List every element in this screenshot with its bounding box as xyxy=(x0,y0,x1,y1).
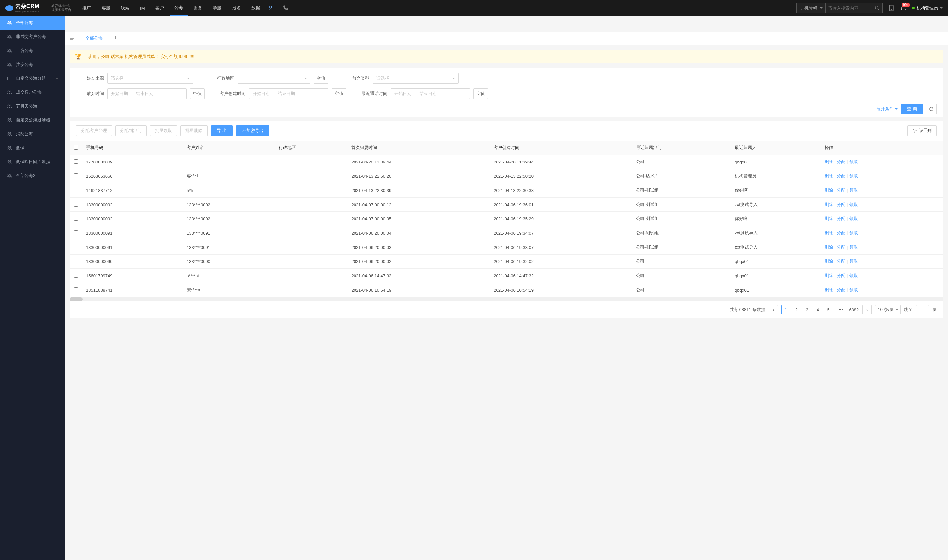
row-claim-link[interactable]: 领取 xyxy=(850,216,858,221)
row-checkbox[interactable] xyxy=(74,216,78,221)
filter-create-time-null[interactable]: 空值 xyxy=(332,88,346,99)
row-assign-link[interactable]: 分配 xyxy=(837,245,845,249)
row-assign-link[interactable]: 分配 xyxy=(837,188,845,192)
row-claim-link[interactable]: 领取 xyxy=(850,245,858,249)
batch-delete-button[interactable]: 批量删除 xyxy=(180,125,208,136)
page-3[interactable]: 3 xyxy=(802,305,812,314)
export-button[interactable]: 导 出 xyxy=(211,125,233,136)
row-assign-link[interactable]: 分配 xyxy=(837,174,845,178)
nav-item-1[interactable]: 客服 xyxy=(97,0,115,16)
row-checkbox[interactable] xyxy=(74,273,78,278)
row-claim-link[interactable]: 领取 xyxy=(850,159,858,164)
nav-item-2[interactable]: 线索 xyxy=(116,0,134,16)
filter-abandon-type-select[interactable]: 请选择 xyxy=(373,73,459,84)
page-prev[interactable]: ‹ xyxy=(769,305,778,314)
sidebar-item-0[interactable]: 全部公海 xyxy=(0,16,65,30)
query-button[interactable]: 查 询 xyxy=(901,104,923,114)
filter-abandon-time-null[interactable]: 空值 xyxy=(190,88,205,99)
sidebar-item-11[interactable]: 全部公海2 xyxy=(0,169,65,183)
nav-item-0[interactable]: 推广 xyxy=(78,0,95,16)
sidebar-item-9[interactable]: 测试 xyxy=(0,141,65,155)
page-next[interactable]: › xyxy=(862,305,871,314)
horizontal-scrollbar[interactable] xyxy=(69,297,943,301)
batch-claim-button[interactable]: 批量领取 xyxy=(150,125,177,136)
filter-region-select[interactable] xyxy=(238,73,311,84)
search-type-select[interactable]: 手机号码 xyxy=(797,3,825,13)
filter-last-call-null[interactable]: 空值 xyxy=(473,88,488,99)
row-delete-link[interactable]: 删除 xyxy=(825,188,833,192)
row-delete-link[interactable]: 删除 xyxy=(825,202,833,207)
sidebar-item-1[interactable]: 非成交客户公海 xyxy=(0,30,65,44)
page-1[interactable]: 1 xyxy=(781,305,791,314)
row-assign-link[interactable]: 分配 xyxy=(837,202,845,207)
page-2[interactable]: 2 xyxy=(792,305,801,314)
nav-item-9[interactable]: 数据 xyxy=(246,0,265,16)
row-assign-link[interactable]: 分配 xyxy=(837,216,845,221)
logo[interactable]: 云朵CRM www.yunduocrm.com 教育机构一站 式服务云平台 xyxy=(5,3,71,13)
sidebar-item-2[interactable]: 二咨公海 xyxy=(0,44,65,58)
nav-item-5[interactable]: 公海 xyxy=(170,0,188,16)
filter-last-call-range[interactable]: 开始日期~结束日期 xyxy=(391,88,470,99)
page-jump-input[interactable] xyxy=(916,305,929,314)
row-claim-link[interactable]: 领取 xyxy=(850,188,858,192)
row-checkbox[interactable] xyxy=(74,174,78,178)
sidebar-item-7[interactable]: 自定义公海过滤器 xyxy=(0,113,65,127)
row-delete-link[interactable]: 删除 xyxy=(825,230,833,235)
nav-item-4[interactable]: 客户 xyxy=(151,0,168,16)
notification-icon[interactable]: 99+ xyxy=(900,5,906,11)
row-delete-link[interactable]: 删除 xyxy=(825,216,833,221)
add-user-icon[interactable] xyxy=(265,5,279,11)
row-claim-link[interactable]: 领取 xyxy=(850,259,858,264)
row-claim-link[interactable]: 领取 xyxy=(850,174,858,178)
row-assign-link[interactable]: 分配 xyxy=(837,159,845,164)
nav-item-8[interactable]: 报名 xyxy=(228,0,245,16)
nav-item-6[interactable]: 财务 xyxy=(189,0,207,16)
filter-abandon-time-range[interactable]: 开始日期~结束日期 xyxy=(107,88,187,99)
select-all-checkbox[interactable] xyxy=(74,145,78,149)
filter-source-select[interactable]: 请选择 xyxy=(107,73,193,84)
row-delete-link[interactable]: 删除 xyxy=(825,159,833,164)
row-delete-link[interactable]: 删除 xyxy=(825,287,833,292)
row-claim-link[interactable]: 领取 xyxy=(850,202,858,207)
tab-all-pool[interactable]: 全部公海 xyxy=(80,32,109,45)
nav-item-3[interactable]: IM xyxy=(135,0,149,16)
row-delete-link[interactable]: 删除 xyxy=(825,174,833,178)
refresh-button[interactable] xyxy=(926,104,937,114)
row-claim-link[interactable]: 领取 xyxy=(850,287,858,292)
sidebar-item-10[interactable]: 测试昨日回库数据 xyxy=(0,155,65,169)
row-checkbox[interactable] xyxy=(74,188,78,192)
filter-create-time-range[interactable]: 开始日期~结束日期 xyxy=(249,88,328,99)
row-checkbox[interactable] xyxy=(74,259,78,263)
search-button[interactable] xyxy=(872,3,882,13)
phone-icon[interactable] xyxy=(279,5,292,11)
row-checkbox[interactable] xyxy=(74,159,78,164)
row-claim-link[interactable]: 领取 xyxy=(850,230,858,235)
row-claim-link[interactable]: 领取 xyxy=(850,273,858,278)
sidebar-item-8[interactable]: 消防公海 xyxy=(0,127,65,141)
row-assign-link[interactable]: 分配 xyxy=(837,273,845,278)
row-checkbox[interactable] xyxy=(74,230,78,235)
row-checkbox[interactable] xyxy=(74,202,78,206)
filter-region-null[interactable]: 空值 xyxy=(314,73,328,84)
sidebar-item-5[interactable]: 成交客户公海 xyxy=(0,85,65,99)
sidebar-item-3[interactable]: 注安公海 xyxy=(0,58,65,71)
tab-menu-icon[interactable] xyxy=(65,36,80,41)
page-5[interactable]: 5 xyxy=(823,305,833,314)
export-plain-button[interactable]: 不加密导出 xyxy=(236,125,269,136)
row-assign-link[interactable]: 分配 xyxy=(837,230,845,235)
row-assign-link[interactable]: 分配 xyxy=(837,287,845,292)
sidebar-item-4[interactable]: 自定义公海分组 xyxy=(0,71,65,85)
row-delete-link[interactable]: 删除 xyxy=(825,259,833,264)
tab-add-button[interactable]: + xyxy=(109,35,122,42)
page-size-select[interactable]: 10 条/页 xyxy=(875,305,901,314)
sidebar-item-6[interactable]: 五月天公海 xyxy=(0,99,65,113)
nav-item-7[interactable]: 学服 xyxy=(208,0,226,16)
user-menu[interactable]: 机构管理员 xyxy=(912,5,943,11)
row-delete-link[interactable]: 删除 xyxy=(825,273,833,278)
expand-filters-link[interactable]: 展开条件 xyxy=(877,106,898,112)
row-assign-link[interactable]: 分配 xyxy=(837,259,845,264)
assign-dept-button[interactable]: 分配到部门 xyxy=(115,125,147,136)
set-columns-button[interactable]: 设置列 xyxy=(907,125,937,136)
row-delete-link[interactable]: 删除 xyxy=(825,245,833,249)
row-checkbox[interactable] xyxy=(74,287,78,292)
